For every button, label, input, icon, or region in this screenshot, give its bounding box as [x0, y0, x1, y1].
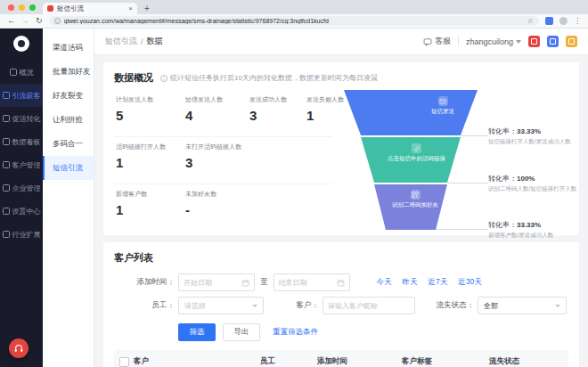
bookmark-star-icon[interactable]: ☆ [527, 18, 534, 25]
stat-qr-link-opened: 活码链接打开人数1 [116, 143, 191, 170]
export-button[interactable]: 导出 [223, 323, 260, 341]
tab-favicon-icon [47, 5, 53, 12]
logo-mark-icon [18, 40, 25, 47]
activation-icon [3, 115, 10, 122]
address-bar[interactable]: i qiwei.youzan.com/wa/management#/messag… [49, 16, 539, 26]
tab-title: 短信引流 [57, 4, 125, 13]
sidebar-item-customers[interactable]: 客户管理 [0, 153, 43, 176]
quick-link-yesterday[interactable]: 昨天 [403, 277, 418, 288]
select-all-checkbox[interactable] [119, 357, 129, 367]
conversion-annotation-3: 转化率：33.33% 新增客户数/发送成功人数 [488, 220, 553, 240]
sidebar-item-label: 行业扩展 [12, 230, 41, 240]
sidebar-item-enterprise[interactable]: 企业管理 [0, 176, 43, 200]
conversion-rate: 33.33% [517, 127, 541, 135]
calendar-icon [241, 279, 249, 287]
funnel-stage-sms: 短信发送 [344, 90, 478, 135]
funnel-stage-badge: 识别二维码加好友 [392, 190, 438, 209]
sidebar-item-label: 概况 [20, 68, 34, 77]
customer-list-card: 客户列表 添加时间： 开始日期 至 结束日期 今天 昨天 [103, 242, 579, 367]
sidebar-item-dashboard[interactable]: 数据看板 [0, 130, 43, 153]
breadcrumb-parent[interactable]: 短信引流 [105, 36, 137, 47]
window-close-button[interactable] [8, 4, 14, 11]
extension-icon[interactable] [545, 17, 553, 25]
window-zoom-button[interactable] [29, 4, 36, 11]
conversion-label: 转化率： [488, 175, 517, 183]
qr-code-icon [411, 190, 421, 200]
customer-list-title: 客户列表 [114, 251, 568, 265]
user-menu[interactable]: zhangcuilong [466, 37, 521, 46]
filter-row-date: 添加时间： 开始日期 至 结束日期 今天 昨天 近7天 近30天 [114, 273, 568, 291]
customer-name-input[interactable] [323, 297, 415, 314]
quick-link-30days[interactable]: 近30天 [458, 277, 481, 288]
reload-icon[interactable]: ↻ [36, 17, 43, 25]
churn-status-select[interactable]: 全部 [478, 297, 567, 314]
header-divider [458, 37, 459, 46]
browser-profile-avatar[interactable] [559, 17, 568, 25]
chevron-down-icon [516, 40, 521, 44]
overview-card-head: 数据概况 i 统计短信任务执行后10天内的转化数据，数据更新时间为每日凌晨 [114, 71, 568, 85]
breadcrumb-current: 数据 [147, 36, 163, 47]
chevron-down-icon [252, 305, 257, 307]
filter-button[interactable]: 筛选 [178, 323, 216, 341]
overview-subtitle: 统计短信任务执行后10天内的转化数据，数据更新时间为每日凌晨 [170, 73, 378, 83]
window-minimize-button[interactable] [19, 4, 25, 11]
support-button[interactable]: 客服 [423, 36, 451, 47]
sidebar-item-settings[interactable]: 设置中心 [0, 200, 43, 223]
subnav-item-batch-add-friend[interactable]: 批量加好友 [43, 60, 94, 84]
yellow-app-icon[interactable] [566, 36, 577, 47]
sidebar-item-acquisition[interactable]: 引流获客 [0, 84, 43, 107]
blue-app-icon[interactable] [547, 36, 559, 47]
conversion-formula: 新增客户数/发送成功人数 [488, 232, 553, 240]
conversion-funnel: 短信发送 点击短信中的活码链接 识别二维码加 [344, 90, 478, 232]
browser-tab-strip: 短信引流 × + [0, 0, 588, 14]
filter-row-fields: 员工： 请选择 客户： 流失状态： 全部 [114, 297, 568, 314]
red-app-icon[interactable] [528, 36, 540, 47]
staff-select[interactable]: 请选择 [178, 297, 264, 314]
date-filter-label: 添加时间： [114, 277, 175, 288]
site-info-icon[interactable]: i [54, 18, 61, 24]
stat-label: 活码链接打开人数 [116, 143, 191, 151]
forward-icon[interactable]: → [21, 17, 29, 25]
stat-label: 未加好友数 [185, 190, 260, 199]
subnav-item-discount-grab[interactable]: 让利拼抢 [43, 108, 94, 132]
stat-value: 1 [116, 202, 191, 217]
subnav-item-sms-drainage[interactable]: 短信引流 [43, 156, 94, 180]
subnav-item-channel-qr[interactable]: 渠道活码 [43, 36, 94, 60]
envelope-icon [438, 96, 448, 106]
subnav-item-friend-fission[interactable]: 好友裂变 [43, 84, 94, 108]
stat-value: 3 [185, 155, 260, 170]
tab-close-icon[interactable]: × [128, 5, 133, 12]
start-date-placeholder: 开始日期 [184, 278, 212, 288]
end-date-input[interactable]: 结束日期 [274, 273, 350, 291]
browser-tab[interactable]: 短信引流 × [43, 3, 137, 14]
funnel-stage-click-link: 点击短信中的活码链接 [344, 137, 478, 183]
conversion-label: 转化率： [488, 221, 517, 229]
row-divider [114, 136, 333, 137]
acquisition-icon [3, 92, 10, 99]
conversion-rate: 100% [517, 175, 535, 183]
quick-link-today[interactable]: 今天 [377, 277, 392, 288]
overview-title: 数据概况 [114, 71, 153, 85]
back-icon[interactable]: ← [7, 17, 15, 25]
quick-link-7days[interactable]: 近7天 [429, 277, 448, 288]
sidebar-item-overview[interactable]: 概况 [0, 61, 43, 84]
quick-date-links: 今天 昨天 近7天 近30天 [377, 277, 482, 288]
sidebar-item-activation[interactable]: 促活转化 [0, 107, 43, 130]
stat-label: 未打开活码链接人数 [185, 143, 260, 151]
reset-filters-link[interactable]: 重置筛选条件 [273, 327, 318, 338]
new-tab-button[interactable]: + [144, 3, 150, 14]
conversion-formula: 短信链接打开人数/发送成功人数 [488, 138, 571, 146]
start-date-input[interactable]: 开始日期 [178, 273, 255, 291]
chevron-down-icon [555, 305, 560, 307]
floating-service-button[interactable] [9, 338, 29, 358]
sidebar-item-industry[interactable]: 行业扩展 [0, 223, 43, 246]
subnav-item-multi-code[interactable]: 多码合一 [43, 132, 94, 156]
column-header-added-time: 添加时间 [317, 356, 402, 367]
stat-label: 计划发送人数 [116, 95, 191, 104]
primary-nav: 概况 引流获客 促活转化 数据看板 客户管理 企业管理 设置中心 行业扩展 [0, 61, 43, 246]
industry-icon [3, 231, 10, 238]
filter-actions-row: 筛选 导出 重置筛选条件 [178, 323, 568, 341]
stat-not-added-friend: 未加好友数- [185, 190, 260, 217]
stat-planned-send: 计划发送人数5 [116, 95, 191, 123]
browser-menu-icon[interactable]: ⋮ [574, 18, 581, 25]
